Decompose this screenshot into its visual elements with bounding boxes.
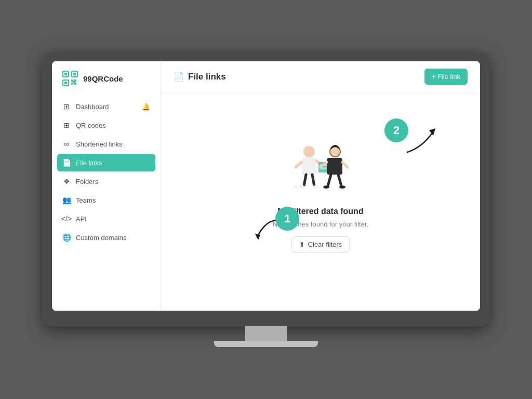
- sidebar-item-label: Teams: [76, 196, 96, 204]
- svg-rect-29: [327, 158, 342, 175]
- sidebar-item-qr-codes[interactable]: ⊞ QR codes: [57, 116, 155, 134]
- svg-marker-15: [429, 128, 435, 136]
- clear-filters-button[interactable]: ⬆ Clear filters: [291, 236, 350, 252]
- teams-icon: 👥: [62, 196, 71, 204]
- svg-line-31: [342, 162, 348, 167]
- logo-text: 99QRCode: [83, 74, 123, 83]
- bell-icon: 🔔: [142, 103, 150, 111]
- sidebar: 99QRCode ⊞ Dashboard 🔔: [52, 61, 161, 311]
- main-content: 📄 File links + File link 1: [161, 61, 480, 311]
- sidebar-item-folders[interactable]: ❖ Folders: [57, 172, 155, 190]
- svg-rect-8: [64, 82, 67, 84]
- svg-point-28: [330, 147, 340, 156]
- callout-2: 2: [384, 118, 408, 142]
- svg-rect-2: [64, 73, 67, 75]
- svg-rect-13: [73, 81, 75, 83]
- folders-icon: ❖: [62, 177, 71, 185]
- illustration: [279, 140, 362, 197]
- svg-point-23: [312, 185, 318, 189]
- logo-area: 99QRCode: [52, 70, 161, 98]
- sidebar-item-custom-domains[interactable]: 🌐 Custom domains: [57, 229, 155, 246]
- sidebar-item-file-links[interactable]: 📄 File links: [57, 154, 155, 171]
- svg-rect-17: [302, 158, 316, 175]
- sidebar-item-label: Custom domains: [76, 234, 127, 242]
- svg-point-16: [303, 146, 315, 157]
- api-icon: </>: [62, 215, 71, 223]
- logo-icon: [61, 70, 79, 87]
- svg-line-21: [312, 175, 314, 186]
- svg-line-32: [328, 175, 331, 186]
- upload-icon: ⬆: [299, 241, 305, 248]
- dashboard-icon: ⊞: [62, 102, 71, 111]
- page-title: File links: [188, 72, 226, 82]
- svg-marker-14: [255, 234, 260, 240]
- qr-codes-icon: ⊞: [62, 121, 71, 129]
- file-link-button-label: + File link: [432, 73, 460, 81]
- sidebar-item-shortened-links[interactable]: ∞ Shortened links: [57, 135, 155, 153]
- svg-point-34: [323, 185, 329, 189]
- file-link-button[interactable]: + File link: [424, 69, 468, 85]
- nav-section: ⊞ Dashboard 🔔 ⊞ QR codes ∞: [52, 98, 161, 246]
- shortened-links-icon: ∞: [62, 140, 71, 148]
- sidebar-item-label: API: [76, 215, 87, 223]
- sidebar-item-label: Folders: [76, 178, 98, 185]
- svg-point-22: [299, 185, 305, 189]
- svg-rect-5: [73, 73, 76, 75]
- svg-line-20: [304, 175, 306, 186]
- clear-filters-label: Clear filters: [308, 241, 342, 248]
- topbar: 📄 File links + File link: [161, 61, 480, 92]
- sidebar-item-label: Shortened links: [76, 140, 123, 148]
- svg-line-18: [296, 162, 302, 167]
- content-area: 1 2: [161, 92, 480, 311]
- sidebar-item-label: File links: [76, 159, 102, 167]
- page-title-icon: 📄: [174, 72, 184, 82]
- monitor-neck: [245, 326, 287, 341]
- empty-state: No filtered data found No matches found …: [273, 140, 368, 252]
- app-window: 99QRCode ⊞ Dashboard 🔔: [52, 61, 480, 311]
- sidebar-item-label: QR codes: [76, 122, 106, 129]
- page-title-area: 📄 File links: [174, 72, 226, 82]
- monitor-bezel: 99QRCode ⊞ Dashboard 🔔: [43, 52, 489, 326]
- sidebar-item-label: Dashboard: [76, 103, 109, 111]
- sidebar-item-dashboard[interactable]: ⊞ Dashboard 🔔: [57, 98, 155, 115]
- monitor-wrapper: 99QRCode ⊞ Dashboard 🔔: [43, 52, 489, 347]
- svg-point-35: [339, 185, 345, 189]
- monitor-base: [214, 341, 318, 347]
- sidebar-item-teams[interactable]: 👥 Teams: [57, 191, 155, 209]
- custom-domains-icon: 🌐: [62, 233, 71, 242]
- svg-line-33: [338, 175, 341, 186]
- file-links-icon: 📄: [62, 158, 71, 167]
- screen: 99QRCode ⊞ Dashboard 🔔: [52, 61, 480, 311]
- sidebar-item-api[interactable]: </> API: [57, 210, 155, 228]
- callout-1: 1: [275, 207, 299, 231]
